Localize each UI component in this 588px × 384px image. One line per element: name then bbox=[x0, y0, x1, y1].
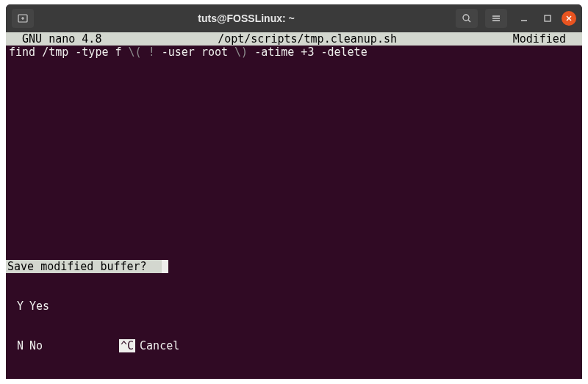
nano-app-name: GNU nano 4.8 bbox=[9, 32, 101, 46]
close-button[interactable] bbox=[562, 11, 576, 26]
minimize-button[interactable] bbox=[514, 9, 534, 28]
prompt-question: Save modified buffer? bbox=[6, 260, 162, 273]
new-tab-button[interactable] bbox=[12, 9, 34, 28]
prompt-input-area[interactable] bbox=[162, 260, 582, 273]
nano-shortcut-bar: Y Yes N No ^C Cancel bbox=[6, 273, 582, 379]
shortcut-no-key: N bbox=[9, 339, 25, 352]
shortcut-cancel-key: ^C bbox=[119, 339, 135, 352]
search-button[interactable] bbox=[456, 9, 478, 28]
shortcut-yes[interactable]: Y Yes bbox=[9, 300, 119, 313]
window-title: tuts@FOSSLinux: ~ bbox=[37, 12, 456, 24]
shortcut-cancel[interactable]: ^C Cancel bbox=[119, 339, 179, 352]
svg-rect-9 bbox=[545, 15, 551, 21]
minimize-icon bbox=[520, 14, 528, 23]
shortcut-no-label: No bbox=[25, 339, 43, 352]
nano-prompt: Save modified buffer? bbox=[6, 260, 582, 273]
shortcut-no[interactable]: N No bbox=[9, 339, 119, 352]
shortcut-yes-label: Yes bbox=[25, 300, 49, 313]
maximize-button[interactable] bbox=[538, 9, 557, 28]
hamburger-icon bbox=[491, 13, 501, 23]
code-line: find /tmp -type f \( ! -user root \) -at… bbox=[9, 46, 579, 59]
shortcut-yes-key: Y bbox=[9, 300, 25, 313]
shortcut-cancel-label: Cancel bbox=[135, 339, 179, 352]
close-icon bbox=[565, 15, 573, 22]
window-titlebar: tuts@FOSSLinux: ~ bbox=[6, 4, 582, 32]
nano-status: Modified bbox=[513, 32, 579, 46]
terminal-body: GNU nano 4.8 /opt/scripts/tmp.cleanup.sh… bbox=[6, 32, 582, 379]
terminal-window: tuts@FOSSLinux: ~ GNU nano 4.8 /opt/scri… bbox=[6, 4, 582, 379]
search-icon bbox=[462, 13, 472, 23]
nano-header: GNU nano 4.8 /opt/scripts/tmp.cleanup.sh… bbox=[6, 32, 582, 46]
maximize-icon bbox=[543, 14, 552, 23]
svg-line-4 bbox=[468, 20, 470, 22]
nano-filename: /opt/scripts/tmp.cleanup.sh bbox=[101, 32, 512, 46]
new-tab-icon bbox=[18, 13, 28, 23]
text-cursor bbox=[162, 260, 168, 273]
nano-editor-area[interactable]: find /tmp -type f \( ! -user root \) -at… bbox=[6, 46, 582, 260]
menu-button[interactable] bbox=[485, 9, 507, 28]
svg-point-3 bbox=[463, 15, 469, 21]
